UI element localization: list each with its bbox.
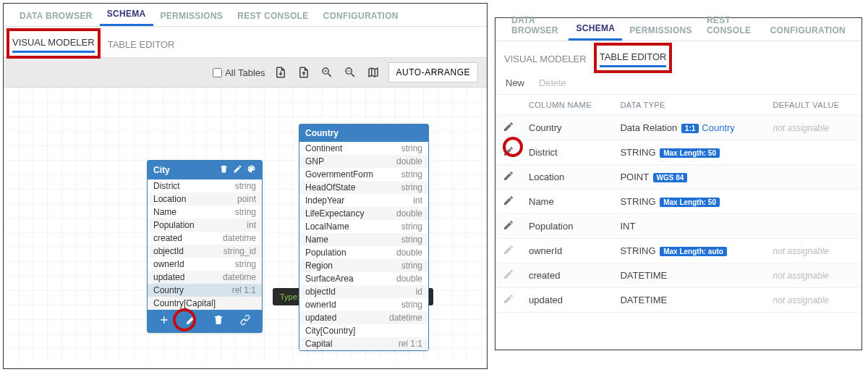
table-row[interactable]: PopulationINT <box>495 214 861 239</box>
type-badge: Max Length: auto <box>660 247 727 256</box>
sub-tab-visual-modeler[interactable]: VISUAL MODELER <box>12 34 95 53</box>
default-value-cell: not assignable <box>765 288 861 313</box>
data-type-cell: STRING Max Length: 50 <box>613 140 765 165</box>
main-tabs: DATA BROWSERSCHEMAPERMISSIONSREST CONSOL… <box>4 4 487 27</box>
palette-icon[interactable] <box>247 164 256 176</box>
data-type-cell: Data Relation 1:1Country <box>613 116 765 140</box>
entity-column-row[interactable]: updateddatetime <box>299 311 428 324</box>
main-tab-data-browser[interactable]: DATA BROWSER <box>12 6 100 26</box>
entity-column-row[interactable]: ownerIdstring <box>148 258 262 271</box>
all-tables-checkbox[interactable]: All Tables <box>213 67 265 78</box>
data-type-cell: STRING Max Length: 50 <box>613 190 765 214</box>
main-tab-rest-console[interactable]: REST CONSOLE <box>699 10 763 41</box>
entity-column-row[interactable]: HeadOfStatestring <box>299 181 428 194</box>
entity-card-country[interactable]: Country ContinentstringGNPdoubleGovernme… <box>299 124 429 351</box>
tooltip-label: Type: <box>280 292 299 301</box>
data-type-cell: POINT WGS 84 <box>613 165 765 190</box>
main-tab-configuration[interactable]: CONFIGURATION <box>315 6 405 26</box>
table-row[interactable]: LocationPOINT WGS 84 <box>495 165 861 190</box>
table-row[interactable]: ownerIdSTRING Max Length: autonot assign… <box>495 239 861 263</box>
entity-column-row[interactable]: IndepYearint <box>299 194 428 207</box>
entity-column-row[interactable]: Regionstring <box>299 259 428 272</box>
trash-icon[interactable] <box>219 164 229 176</box>
col-name: Name <box>153 207 176 217</box>
relation-link[interactable]: Country <box>702 122 735 133</box>
entity-card-city[interactable]: City DistrictstringLocationpointNamestri… <box>147 160 263 333</box>
entity-column-row[interactable]: Namestring <box>299 233 428 246</box>
entity-column-row[interactable]: LifeExpectancydouble <box>299 207 428 220</box>
col-type: string_id <box>224 246 256 256</box>
edit-icon[interactable] <box>503 195 514 206</box>
zoom-in-icon[interactable] <box>319 64 335 80</box>
main-tab-configuration[interactable]: CONFIGURATION <box>763 20 853 41</box>
entity-column-row[interactable]: objectIdid <box>299 285 428 298</box>
entity-column-row[interactable]: updateddatetime <box>148 271 262 284</box>
table-row[interactable]: updatedDATETIMEnot assignable <box>495 288 861 313</box>
sub-tab-table-editor[interactable]: TABLE EDITOR <box>600 48 667 67</box>
table-row[interactable]: createdDATETIMEnot assignable <box>495 263 861 288</box>
sub-tab-table-editor[interactable]: TABLE EDITOR <box>108 36 175 53</box>
map-icon[interactable] <box>365 64 381 80</box>
new-button[interactable]: New <box>506 77 524 88</box>
edit-icon[interactable] <box>185 314 197 328</box>
entity-card-head[interactable]: City <box>148 161 262 179</box>
column-name-cell: updated <box>522 288 613 313</box>
entity-column-row[interactable]: Locationpoint <box>148 193 262 206</box>
entity-column-row[interactable]: GovernmentFormstring <box>299 168 428 181</box>
edit-icon[interactable] <box>503 170 514 182</box>
entity-column-row[interactable]: objectIdstring_id <box>148 245 262 258</box>
zoom-out-icon[interactable] <box>342 64 358 80</box>
entity-card-head[interactable]: Country <box>299 124 428 142</box>
main-tab-rest-console[interactable]: REST CONSOLE <box>230 6 315 26</box>
entity-column-row[interactable]: Country[Capital] <box>148 297 262 310</box>
plus-icon[interactable] <box>158 314 170 328</box>
editor-actions: New Delete <box>495 72 861 94</box>
header-default-value: DEFAULT VALUE <box>765 95 861 116</box>
entity-column-row[interactable]: LocalNamestring <box>299 220 428 233</box>
edit-icon[interactable] <box>503 145 514 157</box>
entity-column-row[interactable]: Capitalrel 1:1 <box>299 337 428 350</box>
main-tab-permissions[interactable]: PERMISSIONS <box>622 20 699 41</box>
link-icon[interactable] <box>239 314 251 328</box>
sub-tab-visual-modeler[interactable]: VISUAL MODELER <box>504 51 587 67</box>
col-type: string <box>235 259 256 269</box>
entity-column-row[interactable]: Districtstring <box>148 179 262 193</box>
entity-column-row[interactable]: Namestring <box>148 206 262 219</box>
edit-icon[interactable] <box>503 219 514 231</box>
modeler-toolbar: All Tables AUTO-ARRANGE <box>4 57 487 88</box>
schema-canvas[interactable]: City DistrictstringLocationpointNamestri… <box>4 88 487 362</box>
col-name: objectId <box>153 246 184 256</box>
entity-column-row[interactable]: SurfaceAreadouble <box>299 272 428 285</box>
entity-column-row[interactable]: Populationdouble <box>299 246 428 259</box>
col-name: District <box>153 181 180 191</box>
entity-column-row[interactable]: GNPdouble <box>299 155 428 168</box>
main-tab-data-browser[interactable]: DATA BROWSER <box>504 10 569 41</box>
main-tab-schema[interactable]: SCHEMA <box>569 18 622 41</box>
entity-column-row[interactable]: Countryrel 1:1 <box>148 284 262 297</box>
export-icon[interactable] <box>273 64 289 80</box>
table-row[interactable]: NameSTRING Max Length: 50 <box>495 190 861 214</box>
col-type: double <box>396 274 422 284</box>
delete-button[interactable]: Delete <box>539 77 566 88</box>
trash-icon[interactable] <box>213 314 224 328</box>
all-tables-input[interactable] <box>213 68 222 77</box>
entity-column-row[interactable]: City[Country] <box>299 324 428 337</box>
table-row[interactable]: CountryData Relation 1:1Countrynot assig… <box>495 116 861 140</box>
main-tab-permissions[interactable]: PERMISSIONS <box>153 6 231 26</box>
entity-body: ContinentstringGNPdoubleGovernmentFormst… <box>299 142 428 350</box>
edit-icon[interactable] <box>233 164 242 176</box>
header-column-name: COLUMN NAME <box>522 95 613 116</box>
table-row[interactable]: DistrictSTRING Max Length: 50 <box>495 140 861 165</box>
default-value-cell <box>765 165 861 190</box>
toggle-icon[interactable] <box>296 64 312 80</box>
entity-column-row[interactable]: ownerIdstring <box>299 298 428 311</box>
edit-icon[interactable] <box>503 121 514 132</box>
panel-visual-modeler: DATA BROWSERSCHEMAPERMISSIONSREST CONSOL… <box>3 3 488 369</box>
column-name-cell: ownerId <box>522 239 613 263</box>
main-tab-schema[interactable]: SCHEMA <box>100 4 153 26</box>
entity-column-row[interactable]: Populationint <box>148 219 262 232</box>
entity-column-row[interactable]: createddatetime <box>148 232 262 245</box>
entity-body: DistrictstringLocationpointNamestringPop… <box>148 179 262 310</box>
auto-arrange-button[interactable]: AUTO-ARRANGE <box>388 62 478 83</box>
entity-column-row[interactable]: Continentstring <box>299 142 428 155</box>
